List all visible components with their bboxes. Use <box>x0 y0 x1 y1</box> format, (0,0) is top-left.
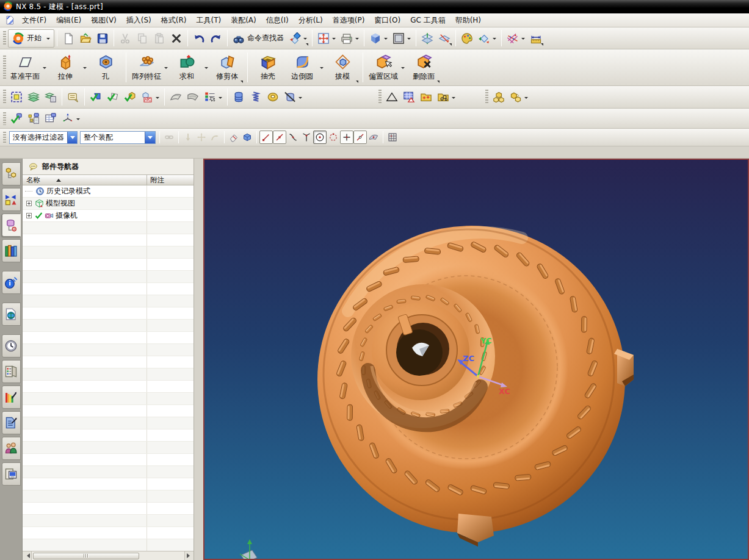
dropdown-arrow-icon[interactable] <box>355 38 359 41</box>
history-palette-button[interactable] <box>2 334 21 357</box>
verify-cube-button[interactable] <box>121 88 139 106</box>
menu-app-icon[interactable] <box>5 15 15 25</box>
toolbar-grip[interactable] <box>3 112 6 125</box>
table-triangle-button[interactable] <box>400 88 418 106</box>
hole-button[interactable]: 孔 <box>89 51 123 84</box>
quick-pick-button[interactable] <box>504 30 527 47</box>
corner-dropdown-icon[interactable] <box>306 43 308 46</box>
delete-face-button[interactable]: 删除面 <box>407 51 441 84</box>
measure-button[interactable] <box>527 30 545 47</box>
toolbar-grip[interactable] <box>3 56 6 80</box>
dropdown-arrow-icon[interactable] <box>303 38 307 41</box>
constraint-check-button[interactable] <box>8 110 25 127</box>
toolbar-grip[interactable] <box>378 90 382 104</box>
surface-b-button[interactable] <box>184 88 201 106</box>
corner-dropdown-icon[interactable] <box>356 81 358 83</box>
shell-button[interactable]: 抽壳 <box>251 51 285 84</box>
assembly-navigator-button[interactable] <box>2 162 21 185</box>
quadrant-button[interactable] <box>327 131 340 144</box>
layer-stack-button[interactable] <box>25 88 42 106</box>
abc-annotation-button[interactable] <box>139 88 162 106</box>
constraint-tree-button[interactable] <box>25 110 42 127</box>
title-bar[interactable]: NX 8.5 - 建模 - [ass.prt] <box>0 0 749 13</box>
coil-button[interactable] <box>230 88 247 106</box>
annotation-note-button[interactable] <box>65 88 82 106</box>
point-plus-button[interactable] <box>340 131 353 144</box>
menu-item-window[interactable]: 窗口(O) <box>369 13 405 27</box>
menu-item-assemblies[interactable]: 装配(A) <box>226 13 261 27</box>
selection-filter-select-dropdown-button[interactable] <box>67 132 77 143</box>
dropdown-arrow-icon[interactable] <box>43 67 46 71</box>
dropdown-arrow-icon[interactable] <box>407 38 411 41</box>
dropdown-arrow-icon[interactable] <box>204 67 208 71</box>
dropdown-arrow-icon[interactable] <box>320 67 324 71</box>
menu-item-preferences[interactable]: 首选项(P) <box>328 13 370 27</box>
blue-box-button[interactable] <box>241 131 254 144</box>
edit-section-button[interactable] <box>419 30 436 47</box>
column-notes[interactable]: 附注 <box>147 175 194 185</box>
triangle-button[interactable] <box>383 88 400 106</box>
layer-category-button[interactable] <box>42 88 59 106</box>
offset-region-button[interactable]: 偏置区域 <box>366 51 407 84</box>
clip-section-button[interactable] <box>436 30 453 47</box>
pattern-feature-button[interactable]: 阵列特征 <box>129 51 170 84</box>
menu-item-analysis[interactable]: 分析(L) <box>294 13 328 27</box>
save-button[interactable] <box>94 30 111 47</box>
toolbar-grip[interactable] <box>3 132 6 143</box>
arc-center-button[interactable] <box>313 131 327 144</box>
dropdown-arrow-icon[interactable] <box>299 97 302 101</box>
eraser-tool-button[interactable] <box>227 131 241 144</box>
dropdown-arrow-icon[interactable] <box>332 38 336 41</box>
toolbar-grip[interactable] <box>485 90 488 104</box>
menu-item-view[interactable]: 视图(V) <box>86 13 121 27</box>
selection-scope-select[interactable]: 整个装配 <box>80 131 156 144</box>
scroll-right-arrow[interactable] <box>184 551 194 560</box>
trim-body-button[interactable]: 修剪体 <box>210 51 244 84</box>
navigator-hscrollbar[interactable] <box>23 551 194 560</box>
fullscreen-button[interactable] <box>315 30 338 47</box>
fit-view-button[interactable] <box>8 88 25 106</box>
undo-button[interactable] <box>190 30 208 47</box>
dropdown-arrow-icon[interactable] <box>164 67 168 71</box>
menu-item-information[interactable]: 信息(I) <box>261 13 294 27</box>
dropdown-arrow-icon[interactable] <box>384 38 388 41</box>
end-point-button[interactable] <box>259 131 273 144</box>
dialog-palette-button[interactable] <box>286 30 309 47</box>
delete-button[interactable] <box>168 30 185 47</box>
dropdown-arrow-icon[interactable] <box>452 97 455 101</box>
toolbar-grip[interactable] <box>3 90 6 104</box>
extrude-button[interactable]: 拉伸 <box>48 51 89 84</box>
tree-row-model-views[interactable]: 模型视图 <box>23 198 194 210</box>
menu-item-format[interactable]: 格式(R) <box>156 13 192 27</box>
dropdown-arrow-icon[interactable] <box>83 67 87 71</box>
process-studio-button[interactable] <box>2 360 21 383</box>
torus-button[interactable] <box>264 88 281 106</box>
coil-cross-button[interactable] <box>281 88 305 106</box>
datum-plane-button[interactable]: 基准平面 <box>8 51 48 84</box>
menu-item-tools[interactable]: 工具(T) <box>191 13 226 27</box>
redo-button[interactable] <box>208 30 225 47</box>
point-on-curve-button[interactable] <box>353 131 367 144</box>
unite-button[interactable]: 求和 <box>170 51 210 84</box>
orient-axes-button[interactable] <box>59 110 82 127</box>
draft-button[interactable]: 拔模 <box>325 51 360 84</box>
constraint-navigator-button[interactable] <box>2 188 21 211</box>
dropdown-arrow-icon[interactable] <box>401 67 405 71</box>
show-hide-button[interactable] <box>476 30 499 47</box>
dropdown-arrow-icon[interactable] <box>219 97 222 101</box>
cube-copy-a-button[interactable] <box>490 88 507 106</box>
folder-circles-button[interactable] <box>435 88 458 106</box>
menu-item-gc-toolbox[interactable]: GC 工具箱 <box>405 13 450 27</box>
curve-snap-button[interactable] <box>286 131 300 144</box>
dropdown-arrow-icon[interactable] <box>46 38 50 41</box>
part-navigator-button[interactable] <box>2 214 21 237</box>
scrollbar-thumb[interactable] <box>33 553 139 559</box>
panel-splitter[interactable] <box>194 159 203 560</box>
verify-solid-button[interactable] <box>87 88 104 106</box>
shaded-cube-button[interactable] <box>367 30 390 47</box>
dropdown-arrow-icon[interactable] <box>156 97 159 101</box>
model-canvas[interactable]: YCZCXC <box>204 160 748 559</box>
touch-window-button[interactable] <box>2 462 21 486</box>
selection-scope-select-dropdown-button[interactable] <box>145 132 155 143</box>
web-browser-button[interactable] <box>2 303 21 326</box>
